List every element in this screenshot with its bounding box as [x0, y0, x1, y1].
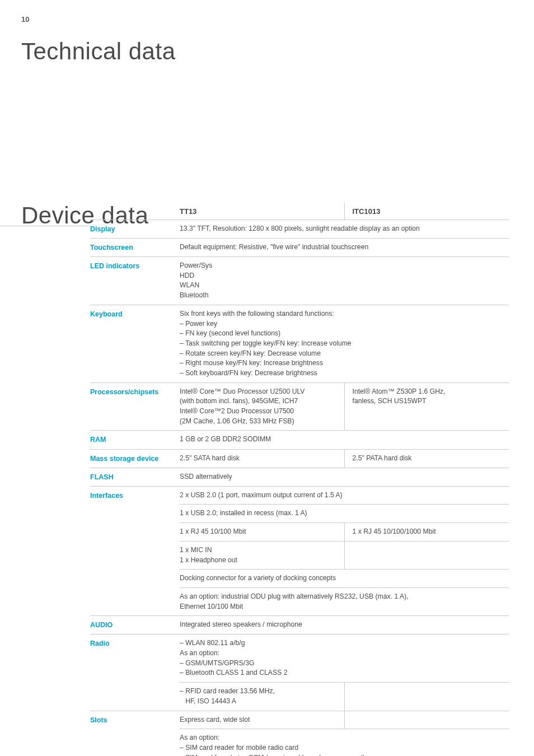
val-radio-1: – WLAN 802.11 a/b/gAs an option:– GSM/UM… — [180, 634, 509, 683]
row-slots-1: Slots Express card, wide slot — [90, 711, 509, 729]
spec-table-wrap: TT13 ITC1013 Display 13.3" TFT, Resoluti… — [90, 203, 509, 756]
page-title: Technical data — [21, 35, 176, 69]
label-touchscreen: Touchscreen — [90, 238, 180, 256]
label-processors: Processors/chipsets — [90, 382, 180, 431]
label-slots-empty — [90, 729, 180, 756]
val-processors-left: Intel® Core™ Duo Processor U2500 ULV(wit… — [180, 382, 344, 431]
val-radio-2r — [344, 683, 509, 711]
row-ram: RAM 1 GB or 2 GB DDR2 SODIMM — [90, 431, 509, 449]
label-slots: Slots — [90, 711, 180, 729]
label-led: LED indicators — [90, 257, 180, 305]
label-audio: AUDIO — [90, 616, 180, 634]
val-interfaces-3l: 1 x RJ 45 10/100 Mbit — [180, 523, 344, 542]
row-interfaces-4: 1 x MIC IN1 x Headphone out — [90, 541, 509, 569]
val-slots-1r — [344, 711, 509, 729]
header-tt13: TT13 — [180, 203, 344, 220]
row-display: Display 13.3" TFT, Resolution: 1280 x 80… — [90, 220, 509, 238]
val-ram: 1 GB or 2 GB DDR2 SODIMM — [180, 431, 509, 449]
header-itc1013: ITC1013 — [344, 203, 509, 220]
val-interfaces-5: Docking connector for a variety of docki… — [180, 570, 509, 588]
val-keyboard: Six front keys with the following standa… — [180, 305, 509, 382]
val-interfaces-4r — [344, 541, 509, 569]
label-interfaces-empty — [90, 587, 180, 615]
val-mass-right: 2.5" PATA hard disk — [344, 449, 509, 468]
val-mass-left: 2.5" SATA hard disk — [180, 449, 344, 468]
val-slots-1: Express card, wide slot — [180, 711, 344, 729]
label-interfaces-empty — [90, 570, 180, 588]
row-slots-2: As an option:– SIM card reader for mobil… — [90, 729, 509, 756]
page-number: 10 — [21, 15, 29, 25]
val-touchscreen: Default equipment: Resistive, "five wire… — [180, 238, 509, 256]
label-keyboard: Keyboard — [90, 305, 180, 382]
val-display: 13.3" TFT, Resolution: 1280 x 800 pixels… — [180, 220, 509, 238]
label-interfaces-empty — [90, 505, 180, 523]
row-interfaces-5: Docking connector for a variety of docki… — [90, 570, 509, 588]
label-interfaces-empty — [90, 523, 180, 542]
label-ram: RAM — [90, 431, 180, 449]
label-display: Display — [90, 220, 180, 238]
val-interfaces-4: 1 x MIC IN1 x Headphone out — [180, 541, 344, 569]
label-interfaces-empty — [90, 541, 180, 569]
label-flash: FLASH — [90, 468, 180, 486]
val-flash: SSD alternatively — [180, 468, 509, 486]
val-processors-right: Intel® Atom™ Z530P 1.6 GHz,fanless, SCH … — [344, 382, 509, 431]
row-radio-1: Radio – WLAN 802.11 a/b/gAs an option:– … — [90, 634, 509, 683]
row-flash: FLASH SSD alternatively — [90, 468, 509, 486]
row-interfaces-3: 1 x RJ 45 10/100 Mbit 1 x RJ 45 10/100/1… — [90, 523, 509, 542]
val-interfaces-6: As an option: industrial ODU plug with a… — [180, 587, 509, 615]
val-interfaces-1: 2 x USB 2.0 (1 port, maximum output curr… — [180, 486, 509, 505]
label-mass-storage: Mass storage device — [90, 449, 180, 468]
spec-table: TT13 ITC1013 Display 13.3" TFT, Resoluti… — [90, 203, 509, 756]
section-rule — [0, 226, 90, 226]
val-slots-2: As an option:– SIM card reader for mobil… — [180, 729, 509, 756]
val-interfaces-3r: 1 x RJ 45 10/100/1000 Mbit — [344, 523, 509, 542]
row-interfaces-1: Interfaces 2 x USB 2.0 (1 port, maximum … — [90, 486, 509, 505]
val-radio-2: – RFID card reader 13.56 MHz, HF, ISO 14… — [180, 683, 344, 711]
row-led: LED indicators Power/SysHDDWLANBluetooth — [90, 257, 509, 305]
row-interfaces-6: As an option: industrial ODU plug with a… — [90, 587, 509, 615]
row-touchscreen: Touchscreen Default equipment: Resistive… — [90, 238, 509, 256]
table-header-row: TT13 ITC1013 — [90, 203, 509, 220]
val-interfaces-2: 1 x USB 2.0; installed in recess (max. 1… — [180, 505, 509, 523]
label-radio-empty — [90, 683, 180, 711]
row-processors: Processors/chipsets Intel® Core™ Duo Pro… — [90, 382, 509, 431]
val-led: Power/SysHDDWLANBluetooth — [180, 257, 509, 305]
row-keyboard: Keyboard Six front keys with the followi… — [90, 305, 509, 382]
row-radio-2: – RFID card reader 13.56 MHz, HF, ISO 14… — [90, 683, 509, 711]
label-radio: Radio — [90, 634, 180, 683]
row-interfaces-2: 1 x USB 2.0; installed in recess (max. 1… — [90, 505, 509, 523]
label-interfaces: Interfaces — [90, 486, 180, 505]
row-mass-storage: Mass storage device 2.5" SATA hard disk … — [90, 449, 509, 468]
row-audio: AUDIO Integrated stereo speakers / micro… — [90, 616, 509, 634]
val-audio: Integrated stereo speakers / microphone — [180, 616, 509, 634]
header-spacer — [90, 203, 180, 220]
